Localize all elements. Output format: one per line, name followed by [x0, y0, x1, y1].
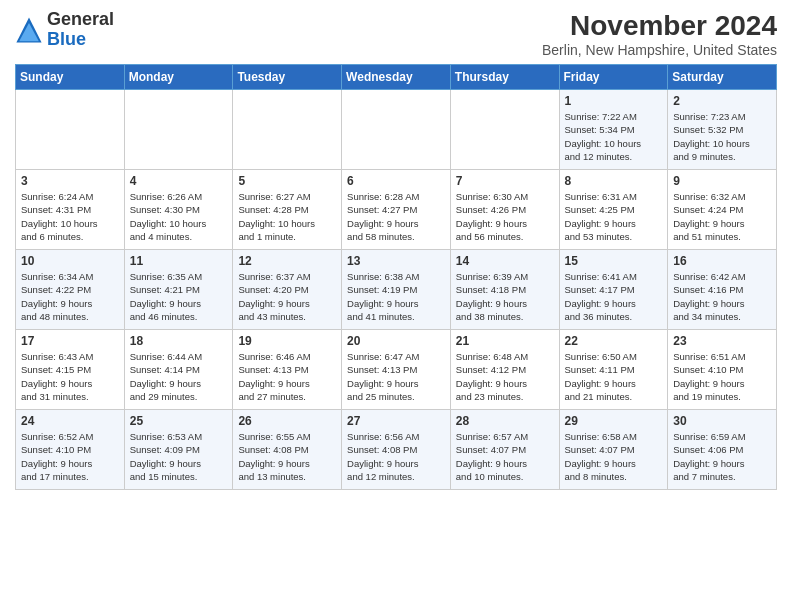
day-number: 15	[565, 254, 663, 268]
day-number: 28	[456, 414, 554, 428]
calendar-cell	[233, 90, 342, 170]
calendar-cell: 30Sunrise: 6:59 AM Sunset: 4:06 PM Dayli…	[668, 410, 777, 490]
day-number: 6	[347, 174, 445, 188]
day-info: Sunrise: 6:43 AM Sunset: 4:15 PM Dayligh…	[21, 350, 119, 403]
day-number: 7	[456, 174, 554, 188]
day-info: Sunrise: 7:23 AM Sunset: 5:32 PM Dayligh…	[673, 110, 771, 163]
calendar-cell: 22Sunrise: 6:50 AM Sunset: 4:11 PM Dayli…	[559, 330, 668, 410]
day-info: Sunrise: 6:52 AM Sunset: 4:10 PM Dayligh…	[21, 430, 119, 483]
calendar-week-1: 1Sunrise: 7:22 AM Sunset: 5:34 PM Daylig…	[16, 90, 777, 170]
header-sunday: Sunday	[16, 65, 125, 90]
day-info: Sunrise: 6:35 AM Sunset: 4:21 PM Dayligh…	[130, 270, 228, 323]
logo-icon	[15, 16, 43, 44]
calendar-cell: 9Sunrise: 6:32 AM Sunset: 4:24 PM Daylig…	[668, 170, 777, 250]
calendar-cell: 15Sunrise: 6:41 AM Sunset: 4:17 PM Dayli…	[559, 250, 668, 330]
day-info: Sunrise: 6:37 AM Sunset: 4:20 PM Dayligh…	[238, 270, 336, 323]
location: Berlin, New Hampshire, United States	[542, 42, 777, 58]
calendar-cell: 2Sunrise: 7:23 AM Sunset: 5:32 PM Daylig…	[668, 90, 777, 170]
day-number: 26	[238, 414, 336, 428]
day-info: Sunrise: 6:38 AM Sunset: 4:19 PM Dayligh…	[347, 270, 445, 323]
day-info: Sunrise: 6:51 AM Sunset: 4:10 PM Dayligh…	[673, 350, 771, 403]
day-number: 11	[130, 254, 228, 268]
header-wednesday: Wednesday	[342, 65, 451, 90]
day-number: 10	[21, 254, 119, 268]
calendar-cell: 20Sunrise: 6:47 AM Sunset: 4:13 PM Dayli…	[342, 330, 451, 410]
calendar-cell: 7Sunrise: 6:30 AM Sunset: 4:26 PM Daylig…	[450, 170, 559, 250]
day-number: 16	[673, 254, 771, 268]
calendar-week-4: 17Sunrise: 6:43 AM Sunset: 4:15 PM Dayli…	[16, 330, 777, 410]
day-info: Sunrise: 6:32 AM Sunset: 4:24 PM Dayligh…	[673, 190, 771, 243]
day-info: Sunrise: 6:34 AM Sunset: 4:22 PM Dayligh…	[21, 270, 119, 323]
day-number: 5	[238, 174, 336, 188]
calendar-cell: 3Sunrise: 6:24 AM Sunset: 4:31 PM Daylig…	[16, 170, 125, 250]
day-info: Sunrise: 6:59 AM Sunset: 4:06 PM Dayligh…	[673, 430, 771, 483]
day-info: Sunrise: 6:30 AM Sunset: 4:26 PM Dayligh…	[456, 190, 554, 243]
day-info: Sunrise: 6:44 AM Sunset: 4:14 PM Dayligh…	[130, 350, 228, 403]
calendar-cell: 26Sunrise: 6:55 AM Sunset: 4:08 PM Dayli…	[233, 410, 342, 490]
day-info: Sunrise: 6:42 AM Sunset: 4:16 PM Dayligh…	[673, 270, 771, 323]
day-info: Sunrise: 6:50 AM Sunset: 4:11 PM Dayligh…	[565, 350, 663, 403]
calendar-cell	[450, 90, 559, 170]
header-friday: Friday	[559, 65, 668, 90]
calendar-week-2: 3Sunrise: 6:24 AM Sunset: 4:31 PM Daylig…	[16, 170, 777, 250]
day-number: 23	[673, 334, 771, 348]
calendar-cell: 27Sunrise: 6:56 AM Sunset: 4:08 PM Dayli…	[342, 410, 451, 490]
day-number: 19	[238, 334, 336, 348]
calendar-cell: 1Sunrise: 7:22 AM Sunset: 5:34 PM Daylig…	[559, 90, 668, 170]
weekday-header-row: Sunday Monday Tuesday Wednesday Thursday…	[16, 65, 777, 90]
day-info: Sunrise: 6:47 AM Sunset: 4:13 PM Dayligh…	[347, 350, 445, 403]
day-number: 21	[456, 334, 554, 348]
day-number: 30	[673, 414, 771, 428]
logo-general: General	[47, 9, 114, 29]
calendar-cell: 17Sunrise: 6:43 AM Sunset: 4:15 PM Dayli…	[16, 330, 125, 410]
calendar-table: Sunday Monday Tuesday Wednesday Thursday…	[15, 64, 777, 490]
calendar-cell: 6Sunrise: 6:28 AM Sunset: 4:27 PM Daylig…	[342, 170, 451, 250]
day-info: Sunrise: 6:48 AM Sunset: 4:12 PM Dayligh…	[456, 350, 554, 403]
day-info: Sunrise: 6:27 AM Sunset: 4:28 PM Dayligh…	[238, 190, 336, 243]
header-saturday: Saturday	[668, 65, 777, 90]
day-number: 8	[565, 174, 663, 188]
calendar-week-5: 24Sunrise: 6:52 AM Sunset: 4:10 PM Dayli…	[16, 410, 777, 490]
day-number: 24	[21, 414, 119, 428]
calendar-cell: 5Sunrise: 6:27 AM Sunset: 4:28 PM Daylig…	[233, 170, 342, 250]
calendar-cell: 14Sunrise: 6:39 AM Sunset: 4:18 PM Dayli…	[450, 250, 559, 330]
calendar-cell: 18Sunrise: 6:44 AM Sunset: 4:14 PM Dayli…	[124, 330, 233, 410]
header: General Blue November 2024 Berlin, New H…	[15, 10, 777, 58]
day-number: 29	[565, 414, 663, 428]
header-monday: Monday	[124, 65, 233, 90]
day-number: 3	[21, 174, 119, 188]
header-tuesday: Tuesday	[233, 65, 342, 90]
day-number: 22	[565, 334, 663, 348]
calendar-cell: 19Sunrise: 6:46 AM Sunset: 4:13 PM Dayli…	[233, 330, 342, 410]
day-number: 12	[238, 254, 336, 268]
day-info: Sunrise: 6:31 AM Sunset: 4:25 PM Dayligh…	[565, 190, 663, 243]
day-info: Sunrise: 7:22 AM Sunset: 5:34 PM Dayligh…	[565, 110, 663, 163]
calendar-cell: 28Sunrise: 6:57 AM Sunset: 4:07 PM Dayli…	[450, 410, 559, 490]
day-info: Sunrise: 6:53 AM Sunset: 4:09 PM Dayligh…	[130, 430, 228, 483]
day-info: Sunrise: 6:57 AM Sunset: 4:07 PM Dayligh…	[456, 430, 554, 483]
calendar-cell: 23Sunrise: 6:51 AM Sunset: 4:10 PM Dayli…	[668, 330, 777, 410]
calendar-cell: 24Sunrise: 6:52 AM Sunset: 4:10 PM Dayli…	[16, 410, 125, 490]
calendar-cell: 29Sunrise: 6:58 AM Sunset: 4:07 PM Dayli…	[559, 410, 668, 490]
day-info: Sunrise: 6:39 AM Sunset: 4:18 PM Dayligh…	[456, 270, 554, 323]
calendar-cell: 12Sunrise: 6:37 AM Sunset: 4:20 PM Dayli…	[233, 250, 342, 330]
day-info: Sunrise: 6:41 AM Sunset: 4:17 PM Dayligh…	[565, 270, 663, 323]
title-block: November 2024 Berlin, New Hampshire, Uni…	[542, 10, 777, 58]
calendar-body: 1Sunrise: 7:22 AM Sunset: 5:34 PM Daylig…	[16, 90, 777, 490]
day-number: 2	[673, 94, 771, 108]
day-info: Sunrise: 6:58 AM Sunset: 4:07 PM Dayligh…	[565, 430, 663, 483]
calendar-cell: 8Sunrise: 6:31 AM Sunset: 4:25 PM Daylig…	[559, 170, 668, 250]
calendar-cell: 13Sunrise: 6:38 AM Sunset: 4:19 PM Dayli…	[342, 250, 451, 330]
calendar-week-3: 10Sunrise: 6:34 AM Sunset: 4:22 PM Dayli…	[16, 250, 777, 330]
page-container: General Blue November 2024 Berlin, New H…	[0, 0, 792, 500]
logo-text: General Blue	[47, 10, 114, 50]
day-info: Sunrise: 6:26 AM Sunset: 4:30 PM Dayligh…	[130, 190, 228, 243]
calendar-cell: 16Sunrise: 6:42 AM Sunset: 4:16 PM Dayli…	[668, 250, 777, 330]
day-number: 13	[347, 254, 445, 268]
day-info: Sunrise: 6:56 AM Sunset: 4:08 PM Dayligh…	[347, 430, 445, 483]
calendar-cell: 21Sunrise: 6:48 AM Sunset: 4:12 PM Dayli…	[450, 330, 559, 410]
day-number: 4	[130, 174, 228, 188]
day-number: 9	[673, 174, 771, 188]
day-info: Sunrise: 6:28 AM Sunset: 4:27 PM Dayligh…	[347, 190, 445, 243]
calendar-cell	[342, 90, 451, 170]
